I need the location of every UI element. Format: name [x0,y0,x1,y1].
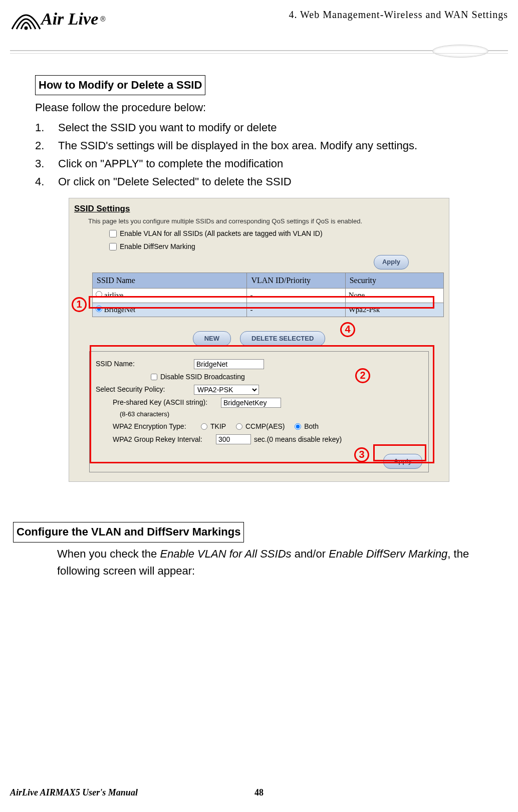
ssid-edit-form: SSID Name: Disable SSID Broadcasting Sel… [89,351,429,472]
ssid-table-header: Security [345,273,443,289]
registered-icon: ® [100,15,105,23]
footer-page-number: 48 [254,787,264,798]
svg-point-0 [25,27,28,30]
section1-heading: How to Modify or Delete a SSID [35,75,205,95]
enable-vlan-checkbox[interactable] [109,230,117,237]
header-accent-oval [433,45,488,57]
ssid-table-header: VLAN ID/Priority [247,273,345,289]
brand-text: Air Live [41,10,98,29]
ssid-settings-screenshot: SSID Settings This page lets you configu… [69,198,449,482]
list-item: 3.Click on "APPLY" to complete the modif… [35,155,483,172]
psk-input[interactable] [221,398,281,408]
disable-broadcast-checkbox[interactable] [151,374,157,380]
ssid-select-radio[interactable] [96,306,102,312]
page-footer: AirLive AIRMAX5 User's Manual 48 [10,787,508,798]
enable-diffserv-checkbox-row: Enable DiffServ Marking [109,241,444,252]
list-item: 1.Select the SSID you want to modify or … [35,119,483,136]
apply-top-button[interactable]: Apply [374,255,409,269]
enable-vlan-checkbox-row: Enable VLAN for all SSIDs (All packets a… [109,228,444,239]
list-item: 2.The SSID's settings will be displayed … [35,137,483,154]
footer-manual-title: AirLive AIRMAX5 User's Manual [10,787,138,798]
wifi-arc-icon [10,7,42,31]
enc-both-radio[interactable] [295,423,301,430]
ssid-name-input[interactable] [194,359,264,369]
delete-selected-button[interactable]: DELETE SELECTED [240,331,325,346]
section-configure-vlan-diffserv: Configure the VLAN and DiffServ Markings… [35,522,483,579]
section2-heading: Configure the VLAN and DiffServ Markings [13,522,244,542]
ssid-table: SSID Name VLAN ID/Priority Security airl… [92,273,444,317]
procedure-steps: 1.Select the SSID you want to modify or … [35,119,483,190]
new-ssid-button[interactable]: NEW [193,331,231,346]
security-policy-label: Select Security Policy: [96,384,191,395]
table-row[interactable]: BridgeNet - Wpa2-Psk [93,303,444,317]
apply-bottom-button[interactable]: Apply [383,454,422,469]
enable-diffserv-checkbox[interactable] [109,243,117,250]
list-item: 4.Or click on "Delete Selected" to delet… [35,173,483,190]
security-policy-select[interactable]: WPA2-PSK [194,385,259,395]
section1-intro: Please follow the procedure below: [35,99,483,116]
psk-note: (8-63 characters) [120,409,169,419]
rekey-input[interactable] [216,434,251,444]
encryption-type-label: WPA2 Encryption Type: [113,421,198,432]
chapter-title: 4. Web Management-Wireless and WAN Setti… [289,9,508,21]
header-rule [10,50,508,55]
enable-diffserv-label: Enable DiffServ Marking [120,241,195,252]
enc-ccmp-radio[interactable] [236,423,242,430]
section2-body: When you check the Enable VLAN for All S… [35,546,470,580]
rekey-label: WPA2 Group Rekey Interval: [113,434,213,445]
rekey-unit: sec.(0 means disable rekey) [254,434,342,445]
enc-tkip-radio[interactable] [201,423,207,430]
ssid-name-label: SSID Name: [96,359,191,370]
table-row[interactable]: airlive - None [93,289,444,303]
ssid-select-radio[interactable] [96,291,102,298]
screenshot-subtitle: This page lets you configure multiple SS… [88,216,444,226]
ssid-table-header: SSID Name [93,273,247,289]
psk-label: Pre-shared Key (ASCII string): [113,397,218,408]
section-modify-delete-ssid: How to Modify or Delete a SSID Please fo… [35,75,483,191]
disable-broadcast-label: Disable SSID Broadcasting [160,372,245,383]
enable-vlan-label: Enable VLAN for all SSIDs (All packets a… [120,228,323,239]
screenshot-title: SSID Settings [74,202,444,215]
page-header: 4. Web Management-Wireless and WAN Setti… [0,0,518,50]
